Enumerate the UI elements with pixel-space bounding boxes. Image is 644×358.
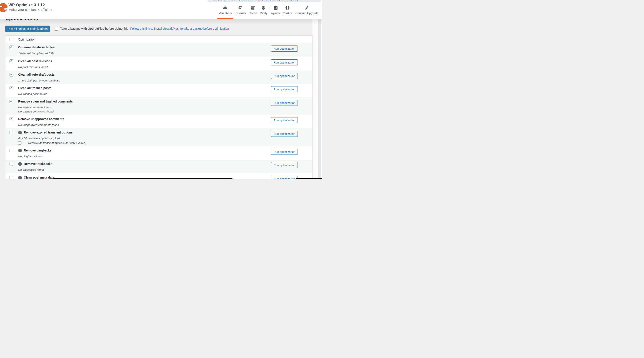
optimization-description: Tables will be optimized (58).: [18, 51, 271, 55]
run-optimization-button[interactable]: Run optimization: [271, 117, 298, 123]
nav-divider: [269, 7, 269, 16]
optimization-row: !Remove pingbacksNo pingbacks foundRun o…: [6, 146, 312, 160]
optimization-title: Remove unapproved comments: [18, 117, 64, 121]
images-icon: [238, 6, 242, 10]
row-checkbox[interactable]: [10, 131, 13, 134]
dock-bar: [53, 178, 232, 179]
run-all-optimizations-button[interactable]: Run all selected optimizations: [5, 26, 50, 32]
select-all-checkbox[interactable]: [10, 38, 13, 41]
optimization-title: Clean all trashed posts: [18, 86, 51, 90]
app-title: WP-Optimize 3.1.12: [8, 3, 45, 7]
tab-label: Minify: [260, 12, 267, 15]
table-header-label: Optimization: [18, 38, 36, 41]
row-checkbox[interactable]: [10, 86, 13, 90]
row-checkbox[interactable]: [10, 117, 13, 121]
optimization-description: 1 auto draft post in your database: [18, 79, 271, 83]
sliders-icon: [274, 6, 278, 10]
optimization-title: Clean all post revisions: [18, 59, 52, 63]
optimization-title: Remove spam and trashed comments: [18, 100, 73, 103]
tab-minify[interactable]: Minify: [258, 6, 268, 19]
warning-icon: !: [18, 162, 22, 166]
optimization-row: !Remove trackbacksNo trackbacks foundRun…: [6, 160, 312, 173]
optimization-title: Clean post meta data: [24, 176, 54, 179]
run-optimization-button[interactable]: Run optimization: [271, 100, 298, 106]
tab-label: Premium Upgrade: [294, 12, 318, 15]
optimization-row: Clean all post revisionsNo post revision…: [6, 57, 312, 71]
dock-bar-fragment: [296, 178, 322, 179]
speedometer-icon: [261, 6, 266, 10]
optimization-description: No post revisions found: [18, 65, 271, 69]
row-checkbox[interactable]: [10, 176, 13, 179]
optimization-title: Optimize database tables: [18, 45, 54, 49]
remove-all-transients-checkbox[interactable]: [18, 141, 22, 145]
scrollbar[interactable]: [318, 19, 321, 179]
app-subtitle: Make your site fast & efficient: [8, 8, 52, 12]
optimization-row: Clean all trashed postsNo trashed posts …: [6, 84, 312, 97]
tab-premium-upgrade[interactable]: Premium Upgrade: [293, 6, 320, 19]
optimization-description: No spam comments found: [18, 105, 271, 109]
main-nav: Veritabanı Resimler Cache Minify Ayarlar…: [218, 0, 320, 19]
optimization-row: !Remove expired transient options0 of 54…: [6, 128, 312, 146]
optimization-description: No trashed posts found: [18, 92, 271, 96]
optimization-title: Clean all auto-draft posts: [18, 73, 54, 77]
life-ring-icon: [285, 6, 290, 10]
optimization-row: Remove spam and trashed commentsNo spam …: [6, 97, 312, 115]
optimization-description: No unapproved comments found: [18, 123, 271, 127]
backup-label: Take a backup with UpdraftPlus before do…: [60, 27, 128, 30]
warning-icon: !: [18, 176, 22, 179]
tab-resimler[interactable]: Resimler: [233, 6, 247, 19]
tab-label: Yardım: [283, 12, 292, 15]
app-header: WP-Optimize 3.1.12 Make your site fast &…: [0, 0, 322, 19]
tab-ayarlar[interactable]: Ayarlar: [270, 6, 282, 19]
row-checkbox[interactable]: [10, 100, 13, 103]
header-shadow: [0, 19, 322, 25]
backup-checkbox[interactable]: [54, 27, 58, 31]
row-checkbox[interactable]: [10, 149, 13, 152]
row-checkbox[interactable]: [10, 59, 13, 63]
row-checkbox[interactable]: [10, 73, 13, 77]
optimizations-table: Optimization Optimize database tablesTab…: [5, 36, 312, 179]
optimization-description: 0 of 544 transient options expired: [18, 136, 271, 140]
row-checkbox[interactable]: [10, 162, 13, 166]
tab-label: Resimler: [234, 12, 246, 15]
tab-label: Ayarlar: [271, 12, 280, 15]
cloud-icon: [223, 6, 228, 10]
archive-box-icon: [250, 6, 255, 10]
row-checkbox[interactable]: [10, 46, 13, 49]
tab-veritaban-[interactable]: Veritabanı: [218, 6, 233, 19]
remove-all-transients-label: Remove all transient options (not only e…: [28, 141, 86, 145]
optimization-title: Remove expired transient options: [24, 130, 73, 134]
optimization-row: Remove unapproved commentsNo unapproved …: [6, 115, 312, 128]
run-optimization-button[interactable]: Run optimization: [271, 86, 298, 92]
run-optimization-button[interactable]: Run optimization: [271, 59, 298, 66]
tab-label: Cache: [248, 12, 257, 15]
run-optimization-button[interactable]: Run optimization: [271, 162, 298, 168]
clipped-links-strip: News | Twitter | Support | Newsletter | …: [208, 0, 321, 2]
wp-optimize-logo-icon: [0, 3, 8, 12]
clipped-links-text: News | Twitter | Support | Newsletter | …: [211, 0, 298, 1]
table-header-row: Optimization: [6, 36, 312, 43]
run-optimization-button[interactable]: Run optimization: [271, 149, 298, 155]
optimization-description: No trashed comments found: [18, 109, 271, 114]
sub-option-row: Remove all transient options (not only e…: [18, 141, 271, 145]
optimization-description: No trackbacks found: [18, 168, 271, 172]
plug-icon: [304, 6, 309, 10]
run-optimization-button[interactable]: Run optimization: [271, 176, 298, 179]
install-updraftplus-link[interactable]: Follow this link to install UpdraftPlus,…: [130, 27, 229, 30]
tab-label: Veritabanı: [219, 12, 232, 15]
warning-icon: !: [18, 149, 22, 152]
warning-icon: !: [18, 131, 22, 134]
tab-cache[interactable]: Cache: [247, 6, 258, 19]
run-optimization-button[interactable]: Run optimization: [271, 73, 298, 79]
run-optimization-button[interactable]: Run optimization: [271, 46, 298, 52]
optimization-title: Remove trackbacks: [24, 162, 52, 166]
run-optimization-button[interactable]: Run optimization: [271, 131, 298, 137]
optimization-title: Remove pingbacks: [24, 148, 52, 152]
optimization-description: No pingbacks found: [18, 154, 271, 158]
optimization-row: Optimize database tablesTables will be o…: [6, 43, 312, 57]
backup-option-row: Take a backup with UpdraftPlus before do…: [54, 26, 229, 31]
tab-yard-m[interactable]: Yardım: [282, 6, 294, 19]
optimizations-table-body: Optimize database tablesTables will be o…: [6, 43, 312, 179]
optimization-row: Clean all auto-draft posts1 auto draft p…: [6, 71, 312, 84]
